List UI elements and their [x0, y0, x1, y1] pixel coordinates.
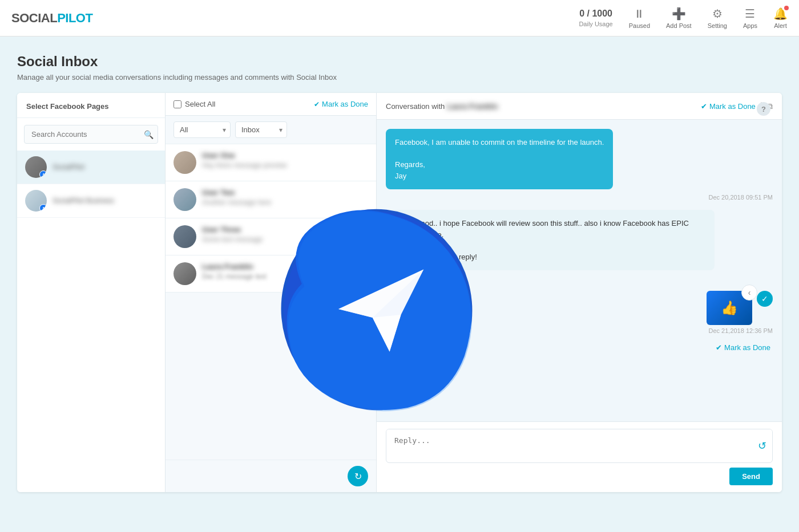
add-post-item[interactable]: ➕ Add Post [666, 7, 692, 29]
message-bubble-2: Understood.. i hope Facebook will review… [386, 210, 715, 270]
reply-input[interactable] [386, 429, 772, 460]
content-area: ? Select Facebook Pages 🔍 f SocialPilot … [17, 93, 782, 492]
checkmark-icon-conv: ✔ [701, 102, 707, 111]
message-item-3[interactable]: User Three Some text message [166, 218, 376, 255]
page-title: Social Inbox [17, 54, 782, 70]
refresh-btn-wrap: ↻ [166, 460, 376, 492]
message-preview-4: Dec 21 message text [202, 273, 342, 281]
verified-badge: ✓ [757, 291, 773, 307]
message-timestamp-3: Dec 21,2018 12:36 PM [708, 327, 773, 334]
message-content-2: User Two Another message here [202, 188, 362, 206]
filter-type-select[interactable]: All Mentions Messages [173, 121, 231, 138]
pause-icon: ⏸ [633, 7, 645, 21]
checkmark-icon-inline: ✔ [716, 343, 722, 352]
checkmark-icon: ✔ [314, 100, 320, 108]
filter-inbox-wrap: Inbox Done Archived [235, 121, 287, 138]
message-name-1: User One [202, 151, 362, 160]
message-content-3: User Three Some text message [202, 225, 362, 243]
help-icon[interactable]: ? [757, 102, 770, 116]
nav-right: 0 / 1000 Daily Usage ⏸ Paused ➕ Add Post… [579, 7, 788, 29]
message-item-4[interactable]: Laura Franklin Dec 21 message text Dec 2… [166, 255, 376, 293]
message-preview-3: Some text message [202, 235, 362, 243]
messages-area: Facebook, I am unable to commit on the t… [377, 120, 782, 421]
gear-icon: ⚙ [712, 7, 723, 21]
setting-item[interactable]: ⚙ Setting [708, 7, 727, 29]
message-bubble-1: Facebook, I am unable to commit on the t… [386, 129, 613, 189]
message-content-4: Laura Franklin Dec 21 message text [202, 262, 342, 281]
select-all-checkbox[interactable] [173, 100, 181, 108]
message-timestamp-1: Dec 20,2018 09:51 PM [708, 194, 773, 201]
message-avatar-2 [173, 188, 196, 211]
message-avatar-1 [173, 151, 196, 174]
message-item-2[interactable]: User Two Another message here [166, 181, 376, 218]
conversation-with-label: Conversation with Laura Franklin [386, 102, 498, 111]
emoji-button[interactable]: ↺ [758, 440, 766, 452]
message-item-1[interactable]: User One Hey there message preview [166, 144, 376, 181]
conversation-header: Conversation with Laura Franklin ✔ Mark … [377, 93, 782, 120]
page-subtitle: Manage all your social media conversatio… [17, 73, 782, 82]
message-date-4: Dec 21 [348, 262, 368, 269]
conv-mark-done-button[interactable]: ✔ Mark as Done [701, 102, 756, 111]
avatar-1: f [25, 156, 47, 178]
select-all-label: Select All [185, 100, 215, 108]
filter-inbox-select[interactable]: Inbox Done Archived [235, 121, 287, 138]
collapse-arrow[interactable]: ‹ [741, 285, 757, 300]
alert-item[interactable]: 🔔 Alert [773, 7, 788, 29]
logo-social: SOCIAL [11, 11, 57, 26]
message-name-4: Laura Franklin [202, 262, 342, 271]
reply-input-wrap: ↺ [386, 429, 773, 463]
filter-bar: All Mentions Messages Inbox Done Archive… [166, 116, 376, 144]
account-item-2[interactable]: f SocialPilot Business [17, 184, 165, 218]
envelope-icon-4: ✉ [362, 271, 368, 279]
main-wrapper: Social Inbox Manage all your social medi… [0, 36, 799, 532]
account-name-1: SocialPilot [53, 163, 84, 171]
message-image-row: 👍 ✓ Dec 21,2018 12:36 PM [386, 291, 773, 334]
send-button[interactable]: Send [729, 468, 773, 485]
right-panel: Conversation with Laura Franklin ✔ Mark … [377, 93, 782, 492]
paused-item[interactable]: ⏸ Paused [629, 7, 650, 29]
apps-label: Apps [743, 22, 757, 29]
search-input[interactable] [24, 125, 158, 144]
account-item-1[interactable]: f SocialPilot [17, 151, 165, 184]
add-post-icon: ➕ [672, 7, 686, 21]
message-preview-1: Hey there message preview [202, 161, 362, 169]
search-box: 🔍 [24, 125, 158, 144]
message-name-3: User Three [202, 225, 362, 234]
message-list: User One Hey there message preview User … [166, 144, 376, 460]
conversation-name: Laura Franklin [447, 102, 498, 111]
logo-pilot: PILOT [57, 11, 92, 26]
alert-badge [784, 6, 789, 10]
setting-label: Setting [708, 22, 727, 29]
message-timestamp-2: Dec 20,2018 09:58 PM [386, 275, 450, 282]
mark-done-label: Mark as Done [322, 100, 368, 108]
inline-mark-done[interactable]: ✔ Mark as Done [386, 343, 773, 356]
facebook-badge-2: f [39, 204, 47, 212]
middle-panel: Select All ✔ Mark as Done All Mentions M… [166, 93, 377, 492]
message-avatar-3 [173, 225, 196, 248]
refresh-button[interactable]: ↻ [348, 466, 368, 486]
daily-usage-label: Daily Usage [579, 21, 612, 27]
message-avatar-4 [173, 262, 196, 285]
paused-label: Paused [629, 22, 650, 29]
reply-footer: Send [386, 468, 773, 485]
account-name-2: SocialPilot Business [53, 197, 114, 205]
logo: SOCIALPILOT [11, 11, 92, 26]
apps-item[interactable]: ☰ Apps [743, 7, 757, 29]
message-name-2: User Two [202, 188, 362, 197]
left-panel-header: Select Facebook Pages [17, 93, 165, 118]
apps-icon: ☰ [745, 7, 755, 21]
search-icon: 🔍 [144, 130, 154, 139]
reply-area: ↺ Send [377, 421, 782, 492]
mark-done-button-top[interactable]: ✔ Mark as Done [314, 100, 368, 108]
add-post-label: Add Post [666, 22, 692, 29]
filter-all-wrap: All Mentions Messages [173, 121, 231, 138]
message-preview-2: Another message here [202, 198, 362, 206]
left-panel: Select Facebook Pages 🔍 f SocialPilot f … [17, 93, 166, 492]
message-content-1: User One Hey there message preview [202, 151, 362, 169]
select-all-wrap: Select All [173, 100, 215, 108]
message-meta-4: Dec 21 ✉ [348, 262, 368, 279]
middle-top-bar: Select All ✔ Mark as Done [166, 93, 376, 116]
facebook-badge-1: f [39, 170, 47, 178]
avatar-2: f [25, 190, 47, 212]
daily-usage-count: 0 / 1000 [579, 9, 612, 19]
